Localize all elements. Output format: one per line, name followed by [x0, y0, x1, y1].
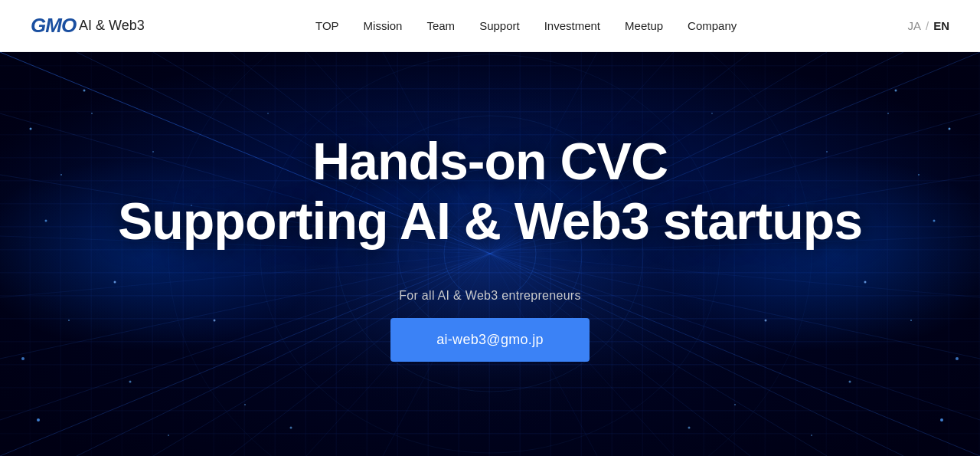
nav-top[interactable]: TOP — [315, 19, 339, 32]
nav-meetup[interactable]: Meetup — [625, 19, 663, 32]
hero-cta-button[interactable]: ai-web3@gmo.jp — [390, 318, 590, 362]
logo-gmo: GMO — [31, 14, 76, 38]
main-nav: TOP Mission Team Support Investment Meet… — [315, 19, 737, 32]
site-header: GMO AI & Web3 TOP Mission Team Support I… — [0, 0, 980, 52]
nav-mission[interactable]: Mission — [364, 19, 403, 32]
hero-section: Hands-on CVC Supporting AI & Web3 startu… — [0, 52, 980, 456]
nav-investment[interactable]: Investment — [544, 19, 600, 32]
lang-separator: / — [926, 19, 929, 32]
nav-team[interactable]: Team — [426, 19, 455, 32]
language-switcher: JA / EN — [907, 19, 949, 32]
lang-ja-button[interactable]: JA — [907, 19, 921, 32]
hero-content: Hands-on CVC Supporting AI & Web3 startu… — [118, 131, 862, 377]
logo[interactable]: GMO AI & Web3 — [31, 14, 145, 38]
hero-subtitle: For all AI & Web3 entrepreneurs — [399, 289, 581, 303]
hero-title-line2: Supporting AI & Web3 startups — [118, 191, 862, 251]
hero-title-line1: Hands-on CVC — [312, 131, 668, 191]
lang-en-button[interactable]: EN — [933, 19, 949, 32]
logo-ai-web3: AI & Web3 — [79, 18, 145, 34]
nav-company[interactable]: Company — [688, 19, 737, 32]
nav-support[interactable]: Support — [479, 19, 520, 32]
